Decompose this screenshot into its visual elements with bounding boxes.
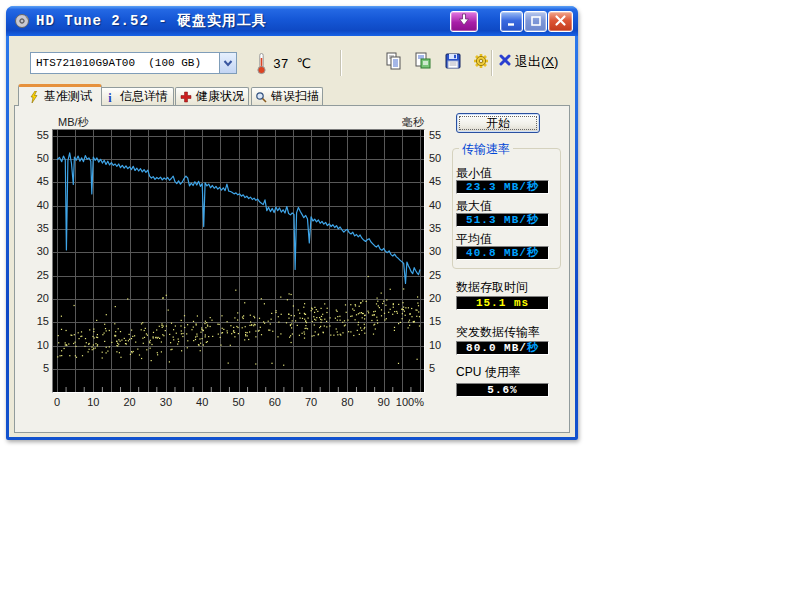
- lightning-icon: [28, 91, 40, 103]
- stat-value: 5.6%: [456, 383, 549, 397]
- stat-value: 40.8 MB/秒: [456, 246, 549, 260]
- toolbar-separator: [340, 50, 342, 76]
- maximize-icon: [530, 13, 542, 31]
- y-tick-right: 35: [429, 222, 453, 234]
- stat-value: 23.3 MB/秒: [456, 180, 549, 194]
- exit-icon: [498, 53, 512, 71]
- stat-value: 15.1 ms: [456, 296, 549, 310]
- start-button[interactable]: 开始: [456, 113, 540, 133]
- y-tick-left: 40: [25, 199, 49, 211]
- drive-select[interactable]: HTS721010G9AT00 (100 GB): [30, 52, 237, 74]
- download-button[interactable]: [450, 11, 478, 32]
- tab-label: 基准测试: [44, 88, 92, 105]
- y-tick-left: 15: [25, 315, 49, 327]
- x-tick: 60: [260, 396, 290, 408]
- y-tick-right: 15: [429, 315, 453, 327]
- y-tick-right: 10: [429, 339, 453, 351]
- y-tick-right: 40: [429, 199, 453, 211]
- tab-label: 错误扫描: [271, 88, 319, 105]
- left-axis-label: MB/秒: [58, 115, 89, 130]
- stat-label: 突发数据传输率: [456, 324, 540, 341]
- tab-3[interactable]: 健康状况: [175, 87, 249, 105]
- health-cross-icon: [180, 91, 192, 103]
- thermometer-icon: [256, 52, 267, 79]
- exit-label: 退出(X): [515, 53, 558, 71]
- tab-strip: 基准测试i信息详情健康状况错误扫描: [9, 84, 575, 106]
- hd-tune-window: HD Tune 2.52 - 硬盘实用工具 HTS721010G9AT00 (1…: [6, 6, 578, 440]
- exit-button[interactable]: 退出(X): [498, 53, 558, 71]
- y-tick-right: 45: [429, 175, 453, 187]
- y-tick-left: 5: [25, 362, 49, 374]
- y-tick-right: 20: [429, 292, 453, 304]
- download-icon: [457, 13, 471, 31]
- save-button[interactable]: [441, 51, 465, 75]
- x-tick: 30: [151, 396, 181, 408]
- copy-image-icon: [413, 51, 433, 75]
- x-tick: 100%: [390, 396, 424, 408]
- y-tick-left: 55: [25, 129, 49, 141]
- stat-label: 数据存取时间: [456, 279, 528, 296]
- tab-label: 信息详情: [120, 88, 168, 105]
- y-tick-left: 20: [25, 292, 49, 304]
- y-tick-right: 55: [429, 129, 453, 141]
- window-title: HD Tune 2.52 - 硬盘实用工具: [36, 12, 267, 30]
- x-tick: 0: [42, 396, 72, 408]
- stat-label: CPU 使用率: [456, 364, 521, 381]
- copy-icon: [384, 51, 404, 75]
- info-icon: i: [104, 91, 116, 103]
- maximize-button[interactable]: [524, 11, 547, 32]
- titlebar[interactable]: HD Tune 2.52 - 硬盘实用工具: [6, 6, 578, 36]
- x-tick: 80: [332, 396, 362, 408]
- copy-text-button[interactable]: [382, 51, 406, 75]
- save-icon: [443, 51, 463, 75]
- drive-select-value: HTS721010G9AT00 (100 GB): [31, 57, 219, 69]
- y-tick-left: 25: [25, 269, 49, 281]
- benchmark-chart: [52, 129, 425, 393]
- right-axis-label: 毫秒: [390, 115, 424, 130]
- minimize-icon: [506, 13, 518, 31]
- y-tick-left: 50: [25, 152, 49, 164]
- app-disk-icon: [14, 13, 30, 29]
- minimize-button[interactable]: [500, 11, 523, 32]
- x-tick: 70: [296, 396, 326, 408]
- options-icon: [471, 51, 491, 75]
- x-tick: 20: [115, 396, 145, 408]
- copy-image-button[interactable]: [411, 51, 435, 75]
- tab-label: 健康状况: [196, 88, 244, 105]
- magnifier-icon: [255, 91, 267, 103]
- x-tick: 10: [78, 396, 108, 408]
- group-title: 传输速率: [459, 141, 513, 158]
- y-tick-left: 10: [25, 339, 49, 351]
- stat-value: 51.3 MB/秒: [456, 213, 549, 227]
- options-button[interactable]: [469, 51, 493, 75]
- toolbar-separator: [491, 50, 493, 76]
- stat-value: 80.0 MB/秒: [456, 341, 549, 355]
- y-tick-right: 50: [429, 152, 453, 164]
- window-body: HTS721010G9AT00 (100 GB) 37 ℃: [9, 36, 575, 437]
- y-tick-left: 45: [25, 175, 49, 187]
- y-tick-left: 35: [25, 222, 49, 234]
- y-tick-right: 5: [429, 362, 453, 374]
- y-tick-left: 30: [25, 245, 49, 257]
- x-tick: 40: [187, 396, 217, 408]
- focus-ring: [459, 116, 537, 130]
- y-tick-right: 25: [429, 269, 453, 281]
- tab-4[interactable]: 错误扫描: [251, 87, 323, 105]
- close-button[interactable]: [548, 11, 573, 32]
- y-tick-right: 30: [429, 245, 453, 257]
- close-icon: [554, 13, 567, 31]
- temperature-value: 37 ℃: [273, 56, 311, 72]
- tab-1[interactable]: 基准测试: [18, 84, 102, 106]
- svg-text:i: i: [108, 91, 112, 103]
- benchmark-tab-page: MB/秒 毫秒 开始 传输速率 最小值23.3 MB/秒最大值51.3 MB/秒…: [14, 105, 570, 433]
- chevron-down-icon[interactable]: [219, 53, 236, 73]
- x-tick: 50: [224, 396, 254, 408]
- tab-2[interactable]: i信息详情: [98, 87, 174, 105]
